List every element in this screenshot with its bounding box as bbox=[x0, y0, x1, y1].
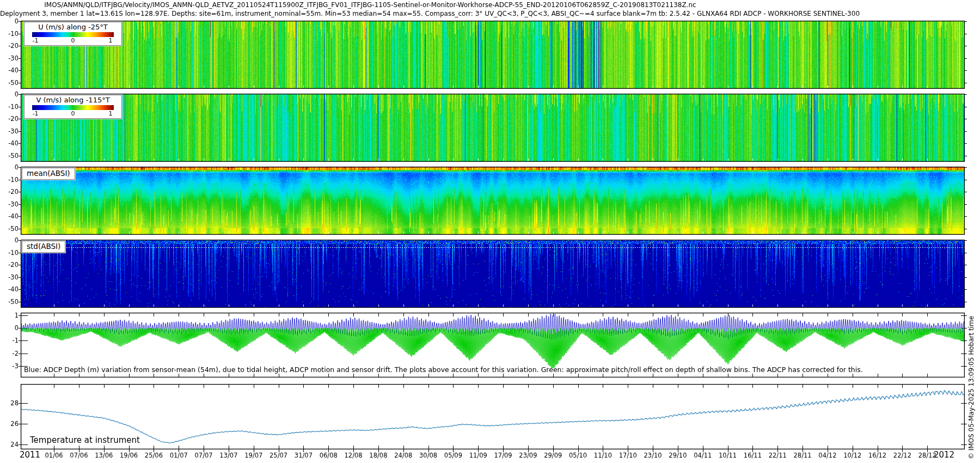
x-tick-label: 01/06 bbox=[45, 452, 63, 459]
x-tick-label: 25/07 bbox=[270, 452, 287, 459]
x-tick-label: 10/11 bbox=[719, 452, 737, 459]
depth-variation-tick-label: -2 bbox=[0, 350, 19, 357]
x-tick-label: 11/10 bbox=[594, 452, 612, 459]
v-colorbar-tick: -1 bbox=[33, 110, 39, 117]
depth-tick-label: -10 bbox=[0, 30, 19, 38]
x-tick-label: 17/09 bbox=[494, 452, 512, 459]
depth-tick-label: 0 bbox=[0, 17, 19, 25]
u-colorbar-tick: 1 bbox=[108, 37, 112, 44]
u-legend-title: U (m/s) along -25°T bbox=[28, 23, 118, 32]
x-tick-label: 16/11 bbox=[744, 452, 762, 459]
depth-tick-label: -30 bbox=[0, 273, 19, 281]
u-colorbar-ticks: -1 0 1 bbox=[28, 37, 118, 44]
depth-tick-label: -40 bbox=[0, 139, 19, 147]
x-tick-label: 23/10 bbox=[644, 452, 662, 459]
depth-variation-tick-label: -1 bbox=[0, 337, 19, 344]
x-tick-label: 13/06 bbox=[95, 452, 113, 459]
copyright-text: © IMOS 05-May-2025 13:09:05 Hobart time bbox=[967, 316, 975, 459]
x-tick-label: 11/09 bbox=[469, 452, 487, 459]
u-colorbar bbox=[32, 32, 114, 37]
x-tick-label: 25/06 bbox=[145, 452, 163, 459]
depth-variation-annotation: Blue: ADCP Depth (m) variation from sens… bbox=[24, 365, 863, 374]
u-colorbar-legend: U (m/s) along -25°T -1 0 1 bbox=[24, 22, 122, 46]
v-colorbar-tick: 1 bbox=[108, 110, 112, 117]
u-colorbar-tick: 0 bbox=[71, 37, 75, 44]
x-tick-label: 01/07 bbox=[170, 452, 188, 459]
x-tick-label: 05/10 bbox=[569, 452, 587, 459]
temperature-tick-label: 28 bbox=[0, 399, 19, 407]
depth-tick-label: -20 bbox=[0, 188, 19, 196]
x-tick-label: 16/12 bbox=[868, 452, 886, 459]
x-tick-label: 24/08 bbox=[394, 452, 412, 459]
x-tick-label: 30/08 bbox=[419, 452, 437, 459]
x-tick-label: 29/09 bbox=[544, 452, 562, 459]
v-legend-title: V (m/s) along -115°T bbox=[28, 96, 118, 105]
v-colorbar-ticks: -1 0 1 bbox=[28, 110, 118, 117]
v-colorbar-legend: V (m/s) along -115°T -1 0 1 bbox=[24, 95, 122, 119]
x-tick-label: 04/12 bbox=[818, 452, 836, 459]
x-tick-label: 31/07 bbox=[295, 452, 313, 459]
page-subtitle: Deployment 3, member 1 lat=13.61S lon=12… bbox=[0, 10, 740, 17]
x-tick-label: 06/08 bbox=[320, 452, 338, 459]
x-tick-label: 07/06 bbox=[70, 452, 88, 459]
depth-tick-label: 0 bbox=[0, 90, 19, 98]
x-tick-label: 05/09 bbox=[444, 452, 462, 459]
x-tick-label: 19/07 bbox=[244, 452, 262, 459]
depth-tick-label: -40 bbox=[0, 285, 19, 293]
depth-tick-label: -50 bbox=[0, 152, 19, 160]
depth-tick-label: -20 bbox=[0, 115, 19, 123]
depth-tick-label: -40 bbox=[0, 66, 19, 74]
year-label-left: 2011 bbox=[20, 450, 40, 460]
temperature-label: Temperature at instrument bbox=[30, 435, 140, 445]
depth-tick-label: 0 bbox=[0, 163, 19, 171]
depth-tick-label: -10 bbox=[0, 103, 19, 111]
depth-tick-label: -30 bbox=[0, 54, 19, 62]
depth-tick-label: -50 bbox=[0, 79, 19, 87]
x-tick-label: 07/07 bbox=[195, 452, 213, 459]
depth-tick-label: 0 bbox=[0, 236, 19, 244]
depth-tick-label: -50 bbox=[0, 225, 19, 233]
depth-tick-label: -50 bbox=[0, 298, 19, 306]
u-colorbar-tick: -1 bbox=[33, 37, 39, 44]
page-title: IMOS/ANMN/QLD/ITFJBG/Velocity/IMOS_ANMN-… bbox=[0, 1, 740, 9]
x-tick-label: 13/07 bbox=[219, 452, 237, 459]
depth-tick-label: -20 bbox=[0, 261, 19, 269]
x-tick-label: 04/11 bbox=[694, 452, 712, 459]
depth-tick-label: -20 bbox=[0, 42, 19, 50]
depth-tick-label: -30 bbox=[0, 200, 19, 208]
std-absi-label: std(ABSI) bbox=[22, 241, 65, 253]
x-tick-label: 12/08 bbox=[345, 452, 363, 459]
depth-tick-label: -10 bbox=[0, 176, 19, 184]
depth-variation-tick-label: 1 bbox=[0, 312, 19, 319]
x-tick-label: 22/12 bbox=[893, 452, 911, 459]
year-label-right: 2012 bbox=[934, 450, 954, 460]
temperature-tick-label: 26 bbox=[0, 420, 19, 428]
x-tick-label: 29/10 bbox=[669, 452, 687, 459]
v-colorbar bbox=[32, 105, 114, 110]
temperature-tick-label: 24 bbox=[0, 441, 19, 448]
x-tick-label: 28/11 bbox=[794, 452, 812, 459]
x-tick-label: 19/06 bbox=[120, 452, 138, 459]
x-tick-label: 22/11 bbox=[769, 452, 787, 459]
depth-tick-label: -40 bbox=[0, 212, 19, 220]
depth-variation-tick-label: -3 bbox=[0, 362, 19, 370]
mean-absi-label: mean(ABSI) bbox=[22, 168, 75, 180]
depth-tick-label: -10 bbox=[0, 249, 19, 257]
v-colorbar-tick: 0 bbox=[71, 110, 75, 117]
figure: IMOS/ANMN/QLD/ITFJBG/Velocity/IMOS_ANMN-… bbox=[0, 0, 980, 463]
x-tick-label: 17/10 bbox=[619, 452, 637, 459]
x-tick-label: 10/12 bbox=[843, 452, 861, 459]
x-tick-label: 23/09 bbox=[519, 452, 537, 459]
x-tick-label: 18/08 bbox=[369, 452, 387, 459]
adcp-multi-panel-plot bbox=[0, 0, 980, 463]
depth-tick-label: -30 bbox=[0, 127, 19, 135]
depth-variation-tick-label: 0 bbox=[0, 324, 19, 332]
